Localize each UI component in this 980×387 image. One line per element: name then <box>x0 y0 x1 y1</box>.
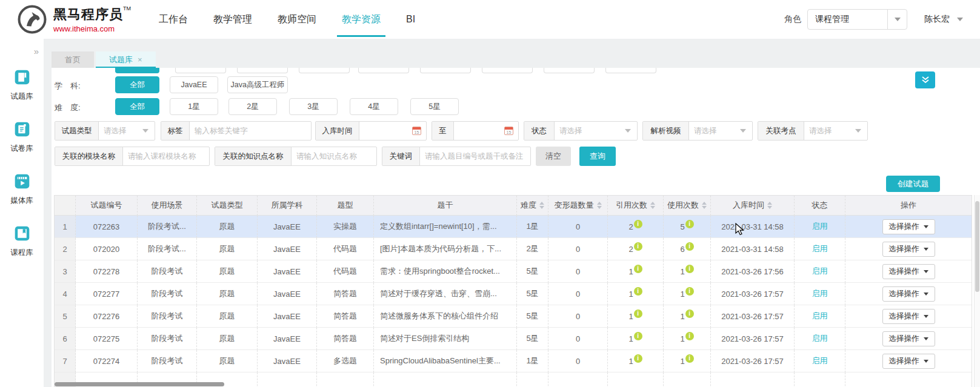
select-action-button[interactable]: 选择操作 <box>882 264 935 279</box>
horizontal-scrollbar-thumb[interactable] <box>55 382 224 386</box>
nav-item-教师空间[interactable]: 教师空间 <box>278 0 316 39</box>
difficulty-option-3星[interactable]: 3星 <box>289 98 338 115</box>
cutoff-filter-button <box>358 68 409 73</box>
logo-url: www.itheima.com <box>53 24 131 33</box>
info-icon[interactable]: i <box>685 242 694 251</box>
sort-asc-icon <box>767 202 772 205</box>
column-header-入库时间[interactable]: 入库时间 <box>711 196 795 216</box>
status-text[interactable]: 启用 <box>812 266 828 277</box>
filter-label: 解析视频 <box>643 122 689 140</box>
sort-icon[interactable] <box>702 202 707 209</box>
info-icon[interactable]: i <box>634 265 642 273</box>
action-cell: 选择操作 <box>845 216 972 238</box>
table-row: 6072275阶段考试原题JavaEE简答题简述对于ES倒排索引结构5星01i1… <box>55 328 972 350</box>
column-header-题型: 题型 <box>317 196 374 216</box>
tab-bar: 首页试题库× <box>52 51 156 68</box>
select-action-button[interactable]: 选择操作 <box>882 331 935 346</box>
filter-input[interactable]: 请输入知识点名称 <box>292 147 376 165</box>
clear-button[interactable]: 清空 <box>536 147 571 166</box>
select-action-button[interactable]: 选择操作 <box>882 309 935 324</box>
status-text[interactable]: 启用 <box>812 243 828 254</box>
vertical-scrollbar-thumb[interactable] <box>975 201 979 292</box>
row-index: 2 <box>55 238 76 260</box>
info-icon[interactable]: i <box>634 309 642 318</box>
sort-icon[interactable] <box>539 202 544 209</box>
difficulty-option-5星[interactable]: 5星 <box>410 98 459 115</box>
nav-item-教学资源[interactable]: 教学资源 <box>342 0 381 39</box>
tab-首页[interactable]: 首页 <box>52 51 94 68</box>
column-header-变形题数量[interactable]: 变形题数量 <box>548 196 608 216</box>
column-header-使用次数[interactable]: 使用次数 <box>664 196 711 216</box>
filter-label: 关键词 <box>382 147 420 165</box>
date-input[interactable] <box>454 122 518 140</box>
info-icon[interactable]: i <box>634 242 642 251</box>
sidebar-item-课程库[interactable]: 课程库 <box>0 225 44 258</box>
filter-input[interactable]: 请输入题目编号或题干或备注 <box>420 147 530 165</box>
column-header-引用次数[interactable]: 引用次数 <box>608 196 664 216</box>
status-text[interactable]: 启用 <box>812 311 828 322</box>
user-menu[interactable]: 陈长宏 <box>924 14 963 25</box>
select-action-button[interactable]: 选择操作 <box>882 286 935 302</box>
tab-试题库[interactable]: 试题库× <box>96 51 156 68</box>
sort-icon[interactable] <box>597 202 602 209</box>
sort-icon[interactable] <box>767 202 772 209</box>
expand-filters-button[interactable] <box>915 71 935 88</box>
difficulty-option-4星[interactable]: 4星 <box>350 98 398 115</box>
filter-select[interactable]: 请选择 <box>804 122 867 140</box>
cite-count: 2i <box>608 238 664 260</box>
role-select[interactable]: 课程管理 <box>807 9 907 30</box>
info-icon[interactable]: i <box>685 287 694 296</box>
filter-select[interactable]: 请选择 <box>555 122 637 140</box>
sidebar-collapse-icon[interactable]: » <box>34 46 39 56</box>
usage-scene: 阶段考试 <box>138 350 197 372</box>
info-icon[interactable]: i <box>685 332 694 340</box>
sidebar-item-媒体库[interactable]: 媒体库 <box>0 173 44 206</box>
info-icon[interactable]: i <box>634 354 642 363</box>
sidebar-item-试卷库[interactable]: 试卷库 <box>0 121 44 154</box>
date-input[interactable] <box>359 122 426 140</box>
status-text[interactable]: 启用 <box>812 356 828 366</box>
info-icon[interactable]: i <box>634 220 642 228</box>
create-question-button[interactable]: 创建试题 <box>886 176 940 192</box>
nav-item-BI[interactable]: BI <box>406 0 415 39</box>
subject-option-JavaEE[interactable]: JavaEE <box>170 76 218 93</box>
chevron-down-icon <box>142 129 148 133</box>
difficulty-option-2星[interactable]: 2星 <box>228 98 277 115</box>
info-icon[interactable]: i <box>685 354 694 363</box>
close-icon[interactable]: × <box>138 55 142 64</box>
filter-select[interactable]: 请选择 <box>99 122 155 140</box>
column-header-难度[interactable]: 难度 <box>517 196 548 216</box>
status-text[interactable]: 启用 <box>812 333 828 344</box>
variant-count: 0 <box>548 350 608 372</box>
subject-option-全部[interactable]: 全部 <box>115 76 159 93</box>
select-action-button[interactable]: 选择操作 <box>882 219 935 234</box>
select-action-button[interactable]: 选择操作 <box>882 354 935 369</box>
select-action-button[interactable]: 选择操作 <box>882 242 935 257</box>
sidebar-item-试题库[interactable]: 试题库 <box>0 69 44 102</box>
difficulty-option-全部[interactable]: 全部 <box>115 98 159 115</box>
info-icon[interactable]: i <box>634 332 642 340</box>
column-header-使用场景: 使用场景 <box>138 196 197 216</box>
cutoff-filter-button <box>237 68 288 73</box>
chevron-down-icon <box>740 129 746 133</box>
subject-option-Java高级工程师[interactable]: Java高级工程师 <box>227 76 288 93</box>
sort-icon[interactable] <box>650 202 655 209</box>
nav-item-工作台[interactable]: 工作台 <box>159 0 188 39</box>
vertical-scrollbar[interactable] <box>974 195 980 387</box>
info-icon[interactable]: i <box>685 309 694 318</box>
filter-input[interactable]: 输入标签关键字 <box>190 122 311 140</box>
filter-select[interactable]: 请选择 <box>689 122 752 140</box>
column-header-状态: 状态 <box>795 196 845 216</box>
search-button[interactable]: 查询 <box>579 147 616 166</box>
status-text[interactable]: 启用 <box>812 221 828 232</box>
difficulty-option-1星[interactable]: 1星 <box>170 98 218 115</box>
info-icon[interactable]: i <box>685 220 694 228</box>
info-icon[interactable]: i <box>685 265 694 273</box>
filter-input[interactable]: 请输入课程模块名称 <box>123 147 209 165</box>
use-count: 5i <box>664 216 711 238</box>
status-text[interactable]: 启用 <box>812 288 828 299</box>
question-type: 原题 <box>197 238 258 260</box>
input-placeholder: 输入标签关键字 <box>195 126 248 136</box>
info-icon[interactable]: i <box>634 287 642 296</box>
nav-item-教学管理[interactable]: 教学管理 <box>213 0 252 39</box>
